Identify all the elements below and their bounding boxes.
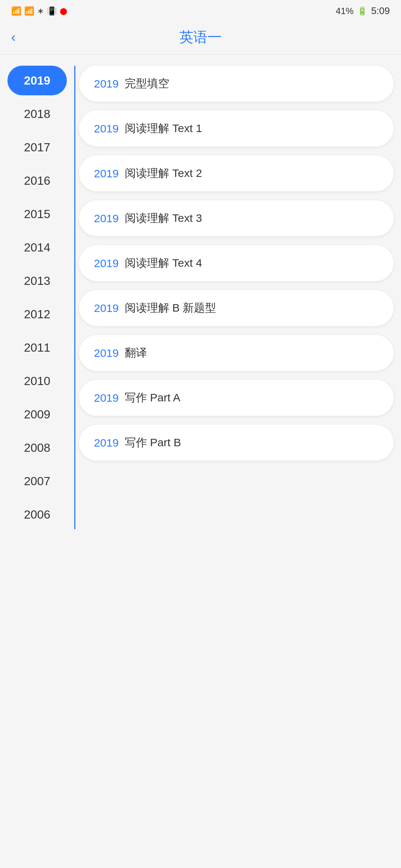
- content-item-6[interactable]: 2019翻译: [79, 335, 394, 371]
- content-item-label-3: 阅读理解 Text 3: [125, 211, 202, 226]
- year-item-2007[interactable]: 2007: [7, 466, 67, 496]
- content-item-year-7: 2019: [94, 392, 119, 404]
- content-item-year-3: 2019: [94, 212, 119, 225]
- content-item-year-5: 2019: [94, 302, 119, 315]
- battery-percentage: 41%: [336, 6, 353, 16]
- battery-icon: 🔋: [357, 6, 367, 16]
- content-item-5[interactable]: 2019阅读理解 B 新题型: [79, 290, 394, 326]
- content-item-year-8: 2019: [94, 437, 119, 449]
- content-item-year-1: 2019: [94, 122, 119, 135]
- content-item-year-4: 2019: [94, 257, 119, 270]
- status-icons-left: 📶 📶 ∗ 📳 ⬤: [11, 6, 67, 16]
- year-item-2017[interactable]: 2017: [7, 132, 67, 162]
- record-icon: ⬤: [60, 7, 67, 15]
- year-item-2019[interactable]: 2019: [7, 66, 67, 95]
- content-item-3[interactable]: 2019阅读理解 Text 3: [79, 200, 394, 236]
- main-content: 2019201820172016201520142013201220112010…: [0, 55, 401, 540]
- content-item-7[interactable]: 2019写作 Part A: [79, 380, 394, 416]
- content-item-label-8: 写作 Part B: [125, 435, 181, 450]
- status-info-right: 41% 🔋 5:09: [336, 5, 390, 17]
- year-item-2016[interactable]: 2016: [7, 166, 67, 195]
- content-item-label-6: 翻译: [125, 345, 147, 361]
- page-title: 英语一: [179, 28, 222, 47]
- content-item-year-6: 2019: [94, 347, 119, 359]
- content-item-label-0: 完型填空: [125, 76, 169, 91]
- year-item-2008[interactable]: 2008: [7, 433, 67, 463]
- year-item-2015[interactable]: 2015: [7, 199, 67, 229]
- content-item-1[interactable]: 2019阅读理解 Text 1: [79, 111, 394, 147]
- nav-bar: ‹ 英语一: [0, 20, 401, 55]
- year-list: 2019201820172016201520142013201220112010…: [0, 62, 74, 533]
- content-list: 2019完型填空2019阅读理解 Text 12019阅读理解 Text 220…: [75, 62, 401, 533]
- year-item-2011[interactable]: 2011: [7, 333, 67, 362]
- sim-icon: 📶: [11, 6, 21, 16]
- year-item-2006[interactable]: 2006: [7, 500, 67, 529]
- back-button[interactable]: ‹: [11, 30, 16, 45]
- time-display: 5:09: [371, 5, 390, 17]
- content-item-label-1: 阅读理解 Text 1: [125, 121, 202, 136]
- year-item-2014[interactable]: 2014: [7, 233, 67, 262]
- year-item-2018[interactable]: 2018: [7, 99, 67, 129]
- year-item-2009[interactable]: 2009: [7, 400, 67, 429]
- content-item-label-2: 阅读理解 Text 2: [125, 166, 202, 181]
- year-item-2010[interactable]: 2010: [7, 366, 67, 396]
- content-item-8[interactable]: 2019写作 Part B: [79, 425, 394, 461]
- content-item-4[interactable]: 2019阅读理解 Text 4: [79, 245, 394, 281]
- wifi-icon: 📶: [24, 6, 34, 16]
- content-item-0[interactable]: 2019完型填空: [79, 66, 394, 102]
- content-item-year-2: 2019: [94, 167, 119, 180]
- year-item-2012[interactable]: 2012: [7, 299, 67, 329]
- year-item-2013[interactable]: 2013: [7, 266, 67, 296]
- content-item-label-4: 阅读理解 Text 4: [125, 256, 202, 271]
- status-bar: 📶 📶 ∗ 📳 ⬤ 41% 🔋 5:09: [0, 0, 401, 20]
- content-item-label-7: 写作 Part A: [125, 390, 180, 405]
- content-item-year-0: 2019: [94, 78, 119, 90]
- bluetooth-icon: ∗: [37, 6, 44, 16]
- content-item-2[interactable]: 2019阅读理解 Text 2: [79, 155, 394, 191]
- content-item-label-5: 阅读理解 B 新题型: [125, 300, 216, 316]
- vibrate-icon: 📳: [47, 6, 57, 16]
